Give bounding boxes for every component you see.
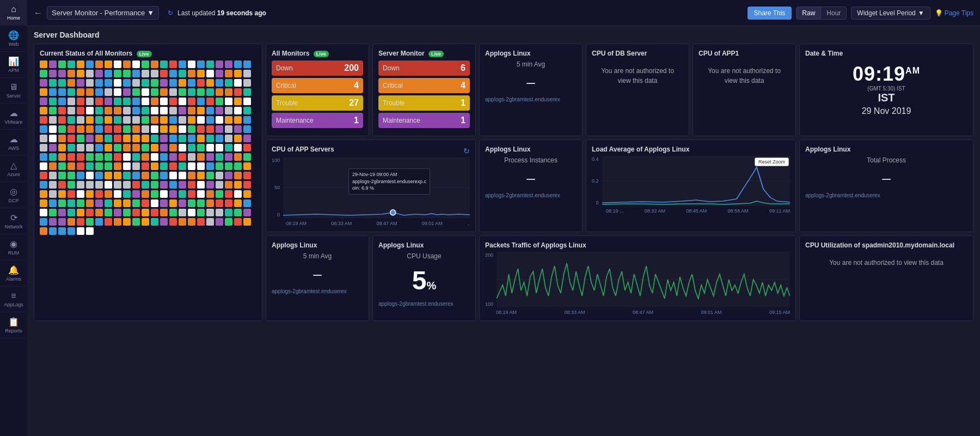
- sidebar-item-aws[interactable]: ☁AWS: [0, 130, 27, 156]
- monitor-dot: [58, 153, 66, 161]
- monitor-dot: [132, 181, 140, 189]
- network-icon: ⟳: [10, 213, 17, 223]
- sidebar-item-network[interactable]: ⟳Network: [0, 208, 27, 234]
- sidebar-item-azure[interactable]: △Azure: [0, 156, 27, 182]
- applogs-5min2-value: –: [272, 265, 363, 283]
- monitor-dot: [169, 79, 177, 87]
- dashboard-title-dropdown[interactable]: Server Monitor - Performance ▼: [47, 6, 159, 20]
- monitor-dot: [216, 79, 223, 87]
- monitor-dot: [132, 60, 140, 68]
- load-avg-y2: 0: [592, 200, 599, 205]
- packets-x-label: 09:01 AM: [701, 310, 721, 315]
- cpu-app-x-label: ..: [467, 221, 470, 226]
- applogs-5min-title: Applogs Linux: [485, 50, 577, 57]
- monitor-dot: [225, 199, 232, 207]
- monitor-dot: [216, 116, 223, 124]
- monitor-dot: [49, 88, 57, 96]
- datetime-widget: Date & Time 09:19AM (GMT 5:30) IST IST 2…: [799, 44, 973, 136]
- topbar-left: ← Server Monitor - Performance ▼ ↻ Last …: [34, 6, 748, 20]
- monitor-dot: [86, 218, 94, 226]
- monitor-dot: [68, 172, 75, 179]
- sidebar-item-web[interactable]: 🌐Web: [0, 26, 27, 52]
- monitor-dot: [114, 98, 121, 105]
- all-monitors-stat-down: Down200: [272, 60, 363, 76]
- refresh-icon[interactable]: ↻: [168, 9, 173, 17]
- monitor-dot: [206, 218, 214, 226]
- monitor-dot: [243, 88, 251, 96]
- monitor-dot: [68, 162, 75, 170]
- monitor-dot: [123, 116, 131, 124]
- monitor-dot: [142, 162, 149, 170]
- load-avg-x-label: 08:58 AM: [728, 208, 749, 214]
- monitor-dot: [142, 199, 149, 207]
- widget-period-dropdown[interactable]: Widget Level Period ▼: [851, 7, 930, 20]
- monitor-dot: [188, 98, 195, 105]
- back-button[interactable]: ←: [34, 8, 42, 18]
- cpu-chart-y-axis: 100 50 0: [272, 158, 281, 217]
- stat-value-critical: 4: [354, 81, 359, 90]
- monitor-dot: [114, 162, 121, 170]
- cpu-app1-widget: CPU of APP1 You are not authorized to vi…: [693, 44, 796, 136]
- datetime-title: Date & Time: [805, 50, 967, 57]
- monitor-dot: [151, 116, 158, 124]
- monitor-dot: [132, 107, 140, 114]
- reset-zoom-button[interactable]: Reset Zoom: [755, 158, 789, 166]
- monitor-dot: [179, 70, 186, 77]
- sidebar-item-apm[interactable]: 📊APM: [0, 52, 27, 78]
- monitor-dot: [234, 153, 242, 161]
- monitor-dot: [40, 199, 47, 207]
- sidebar-item-gcp[interactable]: ◎GCP: [0, 182, 27, 208]
- monitor-dot: [58, 172, 66, 179]
- monitor-dot: [169, 60, 177, 68]
- sidebar-label-aws: AWS: [8, 146, 19, 151]
- monitor-dot: [58, 144, 66, 152]
- applogs-5min-widget: Applogs Linux 5 min Avg – applogs-2gbram…: [479, 44, 583, 136]
- monitor-dot: [142, 218, 149, 226]
- monitor-dot: [77, 125, 84, 133]
- monitor-dot: [142, 88, 149, 96]
- all-monitors-title: All Monitors Live: [272, 50, 363, 57]
- sidebar-item-server[interactable]: 🖥Server: [0, 78, 27, 104]
- monitor-dot: [58, 107, 66, 114]
- page-tips-link[interactable]: 💡 Page Tips: [935, 9, 973, 17]
- sidebar-item-rum[interactable]: ◉RUM: [0, 234, 27, 261]
- monitor-dot: [86, 88, 94, 96]
- monitor-dot: [105, 79, 112, 87]
- monitor-dot: [179, 79, 186, 87]
- monitor-dot: [216, 70, 223, 77]
- sidebar-item-applogs[interactable]: ≡AppLogs: [0, 287, 27, 312]
- monitor-dot: [216, 162, 223, 170]
- share-button[interactable]: Share This: [748, 7, 792, 20]
- monitor-dot: [216, 199, 223, 207]
- load-avg-y-axis: 0.4 0.2 0: [592, 156, 600, 205]
- monitor-dot: [216, 144, 223, 152]
- monitor-dot: [114, 116, 121, 124]
- sidebar-item-home[interactable]: ⌂Home: [0, 0, 27, 26]
- monitor-dot: [95, 88, 103, 96]
- sidebar-item-alarms[interactable]: 🔔Alarms: [0, 261, 27, 287]
- monitor-dot: [225, 107, 232, 114]
- monitor-dot: [40, 88, 47, 96]
- cpu-db-msg1: You are not authorized to: [601, 67, 674, 75]
- monitor-dot: [234, 209, 242, 216]
- cpu-app-servers-refresh-icon[interactable]: ↻: [463, 147, 470, 155]
- monitor-dot: [188, 190, 195, 198]
- monitor-dot: [197, 190, 205, 198]
- monitor-dot: [77, 181, 84, 189]
- raw-button[interactable]: Raw: [797, 7, 821, 19]
- monitor-dot: [216, 218, 223, 226]
- monitor-dot: [123, 218, 131, 226]
- packets-x-label: 09:15 AM: [769, 310, 790, 315]
- dashboard-title-text: Server Monitor - Performance: [52, 9, 145, 17]
- sidebar-item-vmware[interactable]: ☁VMware: [0, 104, 27, 130]
- server-monitor-stat-maintenance: Maintenance1: [378, 113, 470, 128]
- sidebar-item-reports[interactable]: 📋Reports: [0, 312, 27, 338]
- server-monitor-stat-down: Down6: [378, 60, 470, 76]
- monitor-dot: [234, 98, 242, 105]
- monitor-dot: [105, 60, 112, 68]
- cpu-app-x-label: 08:33 AM: [331, 221, 352, 226]
- monitor-dot: [95, 144, 103, 152]
- svg-point-4: [390, 210, 396, 215]
- monitor-dot: [234, 107, 242, 114]
- hour-button[interactable]: Hour: [821, 7, 846, 19]
